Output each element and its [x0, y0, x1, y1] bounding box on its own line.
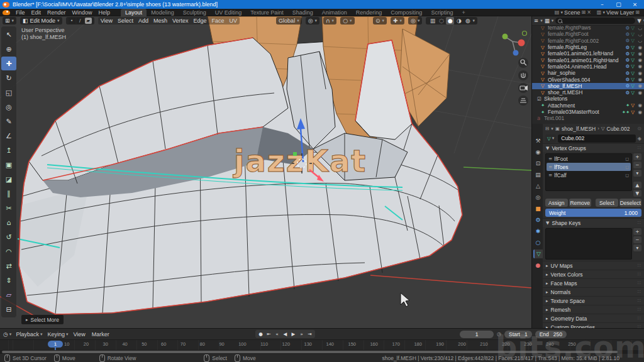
props-tab[interactable]: ○	[533, 238, 543, 247]
list-button[interactable]: +	[633, 228, 641, 235]
transport-button[interactable]: «	[273, 331, 281, 337]
collapsed-panel-header[interactable]: ▸ Texture Space ∷	[543, 296, 644, 305]
face-select-button[interactable]: ▰	[85, 18, 92, 24]
outliner-row[interactable]: ✦ Attachment ✦ ▽ ◉	[532, 102, 644, 109]
tool-button[interactable]: ⊟	[1, 302, 16, 316]
tool-button[interactable]: ⊕	[1, 42, 16, 56]
transport-button[interactable]: »	[297, 331, 306, 337]
group-action-button[interactable]: Select	[596, 199, 618, 207]
props-tab[interactable]: ◎	[533, 193, 543, 202]
props-tab[interactable]: ■	[533, 204, 543, 213]
camera-view-button[interactable]	[518, 83, 528, 93]
transport-button[interactable]: ▶	[289, 331, 297, 337]
workspace-tab[interactable]: Rendering	[352, 9, 387, 16]
frame-start-field[interactable]: Start1	[504, 331, 532, 338]
timeline-editor-icon[interactable]: ◷▾	[3, 331, 11, 337]
tool-button[interactable]: ⌂	[1, 216, 16, 229]
proportional-edit-dropdown[interactable]: ○▾	[340, 17, 354, 25]
xray-toggle[interactable]: ▥	[428, 17, 436, 25]
tool-button[interactable]: ∥	[1, 187, 16, 200]
visibility-eye-icon[interactable]: ◉	[636, 83, 642, 89]
viewport-menu-item[interactable]: Mesh	[151, 18, 170, 24]
visibility-eye-icon[interactable]: ◉	[636, 51, 642, 57]
vertex-groups-panel-header[interactable]: ▼ Vertex Groups ∷	[543, 143, 644, 152]
unlink-scene-icon[interactable]: ×	[587, 9, 591, 15]
transport-button[interactable]: ●	[257, 331, 265, 337]
vertex-group-row[interactable]: ≡ lfCalf ◻	[547, 171, 631, 179]
visibility-eye-icon[interactable]: ◉	[636, 102, 642, 108]
outliner-row[interactable]: ☑ Skeletons	[532, 96, 644, 102]
workspace-tab[interactable]: Texture Paint	[246, 9, 288, 16]
app-menu-item[interactable]: Edit	[28, 9, 45, 16]
outliner-row[interactable]: ▽ female01.anime01.leftHand ⚙ ▽ ◉	[532, 50, 644, 57]
tool-button[interactable]: ◎	[1, 100, 16, 114]
props-tab[interactable]: ▤	[533, 170, 543, 179]
workspace-tab[interactable]: Modeling	[147, 9, 179, 16]
orientation-dropdown[interactable]: Global▾	[276, 17, 302, 25]
visibility-eye-icon[interactable]: ◉	[636, 57, 642, 63]
pan-view-button[interactable]	[518, 70, 528, 80]
lock-icon[interactable]: ◻	[625, 165, 629, 170]
tool-button[interactable]: ◪	[1, 172, 16, 186]
vertex-group-row[interactable]: ≡ lfFoot ◻	[547, 155, 631, 163]
workspace-tab[interactable]: Animation	[318, 9, 352, 16]
visibility-eye-icon[interactable]: ◉	[636, 63, 642, 69]
overlays-toggle[interactable]: ◎▾	[408, 17, 422, 25]
zoom-view-button[interactable]	[518, 58, 528, 68]
props-tab[interactable]: △	[533, 182, 543, 190]
vertex-group-row[interactable]: ≡ lfToes ◻	[547, 163, 631, 171]
list-button[interactable]: ▾	[633, 244, 641, 251]
timeline-menu-item[interactable]: Keying▾	[47, 331, 68, 337]
visibility-dropdown[interactable]: ⊙▾	[373, 17, 387, 25]
frame-end-field[interactable]: End250	[535, 331, 567, 338]
outliner-row[interactable]: a Text.001	[532, 115, 644, 121]
list-button[interactable]: ▲	[633, 182, 641, 189]
outliner-row[interactable]: ▽ female.RightFoot.002 ⚙ ▽ ◡	[532, 38, 644, 44]
properties-editor-icon[interactable]: ⊟	[545, 126, 549, 131]
app-menu-item[interactable]: File	[13, 9, 28, 16]
props-tab[interactable]: ⊡	[533, 159, 543, 168]
new-view-layer-icon[interactable]: ⊞	[635, 9, 640, 15]
props-tab[interactable]: ●	[533, 261, 543, 270]
shape-keys-list[interactable]	[545, 228, 632, 260]
viewport-menu-item[interactable]: Vertex	[170, 18, 191, 24]
blender-logo-icon[interactable]	[3, 10, 10, 15]
tool-button[interactable]: ∠	[1, 129, 16, 143]
scrollbar-thumb[interactable]	[2, 351, 618, 353]
props-tab[interactable]: ▽	[533, 250, 543, 258]
viewport-menu-item[interactable]: Add	[136, 18, 151, 24]
tool-button[interactable]: ✚	[1, 57, 16, 70]
outliner-row[interactable]: ▽ female01.anime01.RightHand ⚙ ▽ ◉	[532, 57, 644, 63]
outliner-row[interactable]: ▽ OliverShades.004 ⚙ ▽ ◉	[532, 76, 644, 82]
outliner-row[interactable]: ▽ hair_sophie ⚙ ▽ ◉	[532, 70, 644, 76]
editor-type-button[interactable]: ⊞▾	[3, 17, 16, 25]
group-action-button[interactable]: Deselect	[619, 199, 642, 207]
transport-button[interactable]: ◀	[281, 331, 289, 337]
shape-keys-panel-header[interactable]: ▼ Shape Keys ∷	[543, 218, 644, 227]
rendered-shading-button[interactable]: ◍	[464, 17, 472, 25]
tool-button[interactable]: ⇕	[1, 273, 16, 287]
props-tab[interactable]: ⚙	[533, 216, 543, 224]
app-menu-item[interactable]: Help	[96, 9, 114, 16]
collapsed-panel-header[interactable]: ▸ Custom Properties ∷	[543, 322, 644, 328]
mode-dropdown[interactable]: ◧Edit Mode▾	[20, 17, 62, 25]
transport-button[interactable]: ⇤	[265, 331, 273, 337]
tool-button[interactable]: ✎	[1, 114, 16, 128]
workspace-tab[interactable]: Scripting	[426, 9, 457, 16]
tool-button[interactable]: ↥	[1, 143, 16, 157]
outliner-search-input[interactable]	[555, 18, 635, 24]
tool-button[interactable]: ▣	[1, 158, 16, 172]
display-mode-icon[interactable]: ▦	[545, 18, 550, 24]
lock-icon[interactable]: ◻	[625, 156, 629, 162]
tool-button[interactable]: ↺	[1, 230, 16, 244]
tool-button[interactable]: ◱	[1, 85, 16, 99]
add-workspace-button[interactable]: +	[457, 9, 469, 16]
group-action-button[interactable]: Remove	[569, 199, 592, 207]
visibility-eye-icon[interactable]: ◉	[636, 109, 642, 115]
tool-button[interactable]: ▱	[1, 288, 16, 302]
viewport-menu-item[interactable]: Face	[209, 18, 227, 24]
visibility-eye-icon[interactable]: ◉	[636, 70, 642, 76]
visibility-eye-icon[interactable]: ◡	[636, 26, 642, 31]
app-menu-item[interactable]: Render	[44, 9, 69, 16]
breadcrumb-data[interactable]: Cube.002	[607, 126, 630, 132]
